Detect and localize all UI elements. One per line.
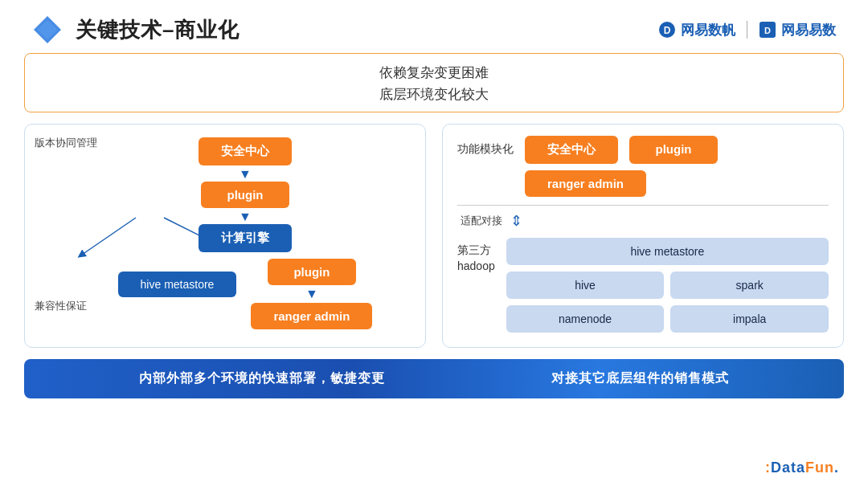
wangyi-icon: D [658, 21, 676, 39]
right-top-row2: ranger admin [525, 170, 829, 197]
bottom-banner: 内部外部多个环境的快速部署，敏捷变更 对接其它底层组件的销售模式 [24, 359, 844, 398]
top-banner-text: 依赖复杂变更困难 底层环境变化较大 [25, 62, 843, 105]
left-plugin2-box: plugin [268, 259, 356, 285]
bottom-banner-left: 内部外部多个环境的快速部署，敏捷变更 [139, 370, 385, 387]
right-spark-box: spark [670, 272, 829, 299]
divider [457, 205, 829, 206]
header: 关键技术–商业化 D 网易数帆 D 网易易数 [0, 0, 868, 53]
header-logo: D 网易数帆 D 网易易数 [658, 21, 836, 39]
header-left: 关键技术–商业化 [32, 14, 240, 45]
logo-divider [747, 21, 747, 39]
top-banner: 依赖复杂变更困难 底层环境变化较大 [24, 53, 844, 112]
logo-wangyi: D 网易数帆 [658, 21, 735, 39]
svg-marker-1 [37, 20, 58, 39]
arrow-down-1: ▼ [239, 167, 252, 182]
arrow-down-2: ▼ [239, 210, 252, 224]
label-adapt: 适配对接 [461, 214, 502, 228]
svg-text:D: D [664, 25, 671, 36]
right-column: 功能模块化 安全中心 plugin ranger admin 适配对接 ⇕ [442, 124, 844, 348]
left-column: 版本协同管理 兼容性保证 安全中心 ▼ plugin ▼ 计算引擎 hive m… [24, 124, 426, 348]
right-bottom-grid: hive metastore hive spark namenode impal… [506, 238, 829, 333]
main-content: 依赖复杂变更困难 底层环境变化较大 版本协同管理 兼容性保证 安全中心 ▼ pl… [0, 53, 868, 348]
logo-wangyiyishu: D 网易易数 [759, 21, 836, 39]
label-disanfang: 第三方 hadoop [457, 238, 495, 274]
right-anquan-box: 安全中心 [525, 136, 618, 164]
datafun-logo: :DataFun. [765, 459, 839, 476]
right-middle-adapt: 适配对接 ⇕ [457, 212, 829, 230]
left-anquan-box: 安全中心 [199, 137, 292, 165]
svg-text:D: D [764, 26, 771, 35]
right-top-boxes: 安全中心 plugin ranger admin [525, 136, 829, 197]
left-ranger-admin-box: ranger admin [251, 303, 372, 329]
two-columns: 版本协同管理 兼容性保证 安全中心 ▼ plugin ▼ 计算引擎 hive m… [24, 124, 844, 348]
left-plugin1-box: plugin [201, 182, 289, 208]
page-title: 关键技术–商业化 [76, 16, 240, 44]
left-jisuan-box: 计算引擎 [199, 224, 292, 252]
wangyiyishu-icon: D [759, 21, 776, 39]
adapt-arrows-icon: ⇕ [510, 212, 522, 230]
right-hive-box: hive [506, 272, 665, 299]
right-plugin-box: plugin [629, 136, 718, 164]
bottom-banner-right: 对接其它底层组件的销售模式 [551, 370, 729, 387]
left-hive-metastore-box: hive metastore [118, 272, 237, 297]
right-top-section: 功能模块化 安全中心 plugin ranger admin [457, 136, 829, 197]
right-impala-box: impala [670, 305, 829, 333]
right-ranger-admin-box: ranger admin [525, 170, 646, 197]
label-gongneng: 功能模块化 [457, 136, 514, 157]
right-top-row1: 安全中心 plugin [525, 136, 829, 164]
diamond-icon [32, 14, 63, 45]
right-hive-metastore-box: hive metastore [506, 238, 829, 265]
right-namenode-box: namenode [506, 305, 665, 333]
arrow-down-3: ▼ [305, 287, 318, 301]
svg-line-7 [80, 218, 136, 256]
right-bottom-section: 第三方 hadoop hive metastore hive spark nam… [457, 238, 829, 333]
